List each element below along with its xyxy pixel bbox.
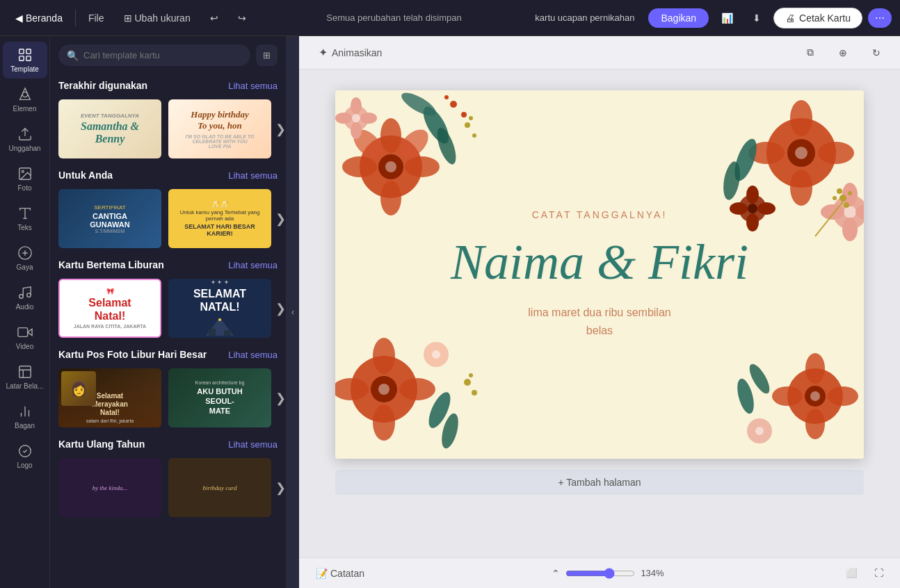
text-icon	[17, 206, 33, 221]
section-liburan: Kartu Bertema Liburan Lihat semua	[50, 254, 286, 279]
template-card-photo2[interactable]: Korean architecture bg AKU BUTUHSEOUL-MA…	[168, 368, 271, 427]
doc-title: kartu ucapan pernikahan	[535, 13, 634, 23]
chevron-left-icon: ◀	[15, 13, 23, 24]
hide-panel-button[interactable]: ‹	[287, 36, 299, 588]
section-title-2: Untuk Anda	[58, 170, 113, 181]
canvas-area: ✦ Animasikan ⧉ ⊕ ↻	[299, 36, 900, 588]
sidebar-item-latar[interactable]: Latar Bela...	[3, 359, 47, 395]
chart-icon	[17, 404, 33, 419]
sidebar-item-teks[interactable]: Teks	[3, 200, 47, 237]
page-nav: ⬜ ⛶	[840, 565, 889, 581]
scroll-right-untuk-anda[interactable]: ❯	[274, 211, 287, 227]
sidebar-item-unggahan[interactable]: Unggahan	[3, 121, 47, 158]
filter-button[interactable]: ⊞	[256, 44, 278, 66]
add-page-top-button[interactable]: ⊕	[830, 43, 855, 63]
scroll-right-pos-foto[interactable]: ❯	[274, 391, 287, 406]
saved-status: Semua perubahan telah disimpan	[259, 13, 530, 23]
fullscreen-button[interactable]: ⛶	[869, 565, 889, 581]
animate-icon: ✦	[319, 46, 328, 59]
svg-rect-1	[26, 49, 30, 54]
analytics-button[interactable]: 📊	[714, 10, 740, 26]
template-card-natal2[interactable]: ✦ ✦ ✦ SELAMATNATAL!	[168, 279, 271, 338]
see-all-untuk-anda[interactable]: Lihat semua	[228, 170, 278, 181]
template-card-birthday2[interactable]: birthday card	[168, 458, 271, 517]
section-title: Terakhir digunakan	[58, 80, 147, 91]
scroll-right-terakhir[interactable]: ❯	[274, 122, 287, 137]
section-title-5: Kartu Ulang Tahun	[58, 439, 145, 450]
animate-button[interactable]: ✦ Animasikan	[310, 42, 390, 63]
sidebar-item-template[interactable]: Template	[3, 42, 47, 79]
print-button[interactable]: 🖨 Cetak Kartu	[773, 8, 862, 28]
resize-button[interactable]: ⊞ Ubah ukuran	[117, 10, 198, 26]
notes-button[interactable]: 📝 Catatan	[310, 565, 370, 582]
sidebar-item-logo[interactable]: Logo	[3, 438, 47, 475]
refresh-button[interactable]: ↻	[864, 43, 889, 63]
svg-rect-0	[19, 49, 23, 54]
scroll-right-ulang-tahun[interactable]: ❯	[274, 480, 287, 496]
sidebar-item-audio[interactable]: Audio	[3, 279, 47, 316]
video-icon	[17, 325, 33, 340]
templates-liburan: 🎀 SelamatNatal! JALAN RAYA CITITA, JAKAR…	[50, 279, 286, 338]
canvas-scroll[interactable]: CATAT TANGGALNYA! Naima & Fikri lima mar…	[299, 70, 900, 557]
svg-marker-13	[27, 329, 31, 335]
template-card-birthday[interactable]: Happy birthday To you, hon I'M SO GLAD T…	[168, 99, 271, 158]
add-page-icon: ⊕	[839, 47, 847, 58]
hide-pages-button[interactable]: ⌃	[546, 565, 565, 582]
section-title-3: Kartu Bertema Liburan	[58, 259, 164, 270]
zoom-level: 134%	[641, 568, 664, 578]
templates-untuk-anda: SERTIFIKAT CANTIGA GUNAWAN S.T/MM/MSM 🥂 …	[50, 189, 286, 248]
template-card-grad[interactable]: SERTIFIKAT CANTIGA GUNAWAN S.T/MM/MSM	[58, 189, 161, 248]
fullscreen-icon: ⛶	[874, 568, 883, 578]
printer-icon: 🖨	[785, 13, 795, 24]
bottom-bar: 📝 Catatan ⌃ 134% ⬜ ⛶	[299, 557, 900, 588]
templates-terakhir: EVENT TANGGALNYA Samantha & Benny Happy …	[50, 99, 286, 158]
see-all-liburan[interactable]: Lihat semua	[228, 260, 278, 270]
chevron-up-icon: ⌃	[552, 568, 560, 579]
sidebar-item-bagan[interactable]: Bagan	[3, 398, 47, 435]
scroll-right-liburan[interactable]: ❯	[274, 301, 287, 316]
music-icon	[17, 285, 33, 300]
main-area: Template Elemen Unggahan Foto Teks Gaya …	[0, 36, 900, 588]
back-button[interactable]: ◀ Beranda	[8, 10, 70, 26]
section-pos-foto: Kartu Pos Foto Libur Hari Besar Lihat se…	[50, 343, 286, 368]
see-all-pos-foto[interactable]: Lihat semua	[228, 350, 278, 360]
template-card-natal1[interactable]: 🎀 SelamatNatal! JALAN RAYA CITITA, JAKAR…	[58, 279, 161, 338]
template-card-yellow[interactable]: 🥂 🥂 Untuk kamu yang Terhebat yang pernah…	[168, 189, 271, 248]
section-header-2: Untuk Anda Lihat semua	[58, 170, 278, 181]
template-card-wedding[interactable]: EVENT TANGGALNYA Samantha & Benny	[58, 99, 161, 158]
card-date: lima maret dua ribu sembilan belas	[528, 304, 670, 339]
sidebar-item-gaya[interactable]: Gaya	[3, 240, 47, 277]
logo-icon	[17, 443, 33, 459]
sidebar-item-foto[interactable]: Foto	[3, 161, 47, 197]
section-header-4: Kartu Pos Foto Libur Hari Besar Lihat se…	[58, 349, 278, 360]
redo-button[interactable]: ↪	[231, 10, 253, 26]
svg-rect-3	[26, 56, 30, 60]
page-view-button[interactable]: ⬜	[840, 565, 863, 581]
search-input[interactable]	[58, 44, 250, 66]
sidebar-item-elemen[interactable]: Elemen	[3, 81, 47, 118]
download-button[interactable]: ⬇	[746, 8, 768, 28]
background-icon	[17, 364, 33, 379]
zoom-slider[interactable]	[565, 568, 635, 579]
template-card-birthday1[interactable]: by the kinda...	[58, 458, 161, 517]
template-card-photo1[interactable]: SelamatMerayakanNatal! salam dari fitri,…	[58, 368, 161, 427]
sidebar-item-video[interactable]: Video	[3, 319, 47, 356]
see-all-terakhir[interactable]: Lihat semua	[228, 81, 278, 91]
resize-icon: ⊞	[124, 13, 132, 24]
grid-icon	[17, 47, 33, 63]
copy-page-button[interactable]: ⧉	[798, 42, 822, 63]
section-ulang-tahun: Kartu Ulang Tahun Lihat semua	[50, 433, 286, 458]
add-page-bar[interactable]: + Tambah halaman	[335, 470, 864, 495]
card-subtitle: CATAT TANGGALNYA!	[532, 209, 668, 220]
file-menu[interactable]: File	[81, 10, 111, 26]
more-options-button[interactable]: ⋯	[868, 8, 892, 28]
svg-point-8	[22, 170, 24, 172]
search-icon: 🔍	[67, 50, 79, 61]
see-all-ulang-tahun[interactable]: Lihat semua	[228, 439, 278, 450]
redo-icon: ↪	[238, 13, 246, 24]
copy-icon: ⧉	[807, 47, 814, 58]
section-header: Terakhir digunakan Lihat semua	[58, 80, 278, 91]
svg-point-21	[218, 318, 221, 321]
share-button[interactable]: Bagikan	[648, 8, 709, 28]
undo-button[interactable]: ↩	[203, 10, 225, 26]
